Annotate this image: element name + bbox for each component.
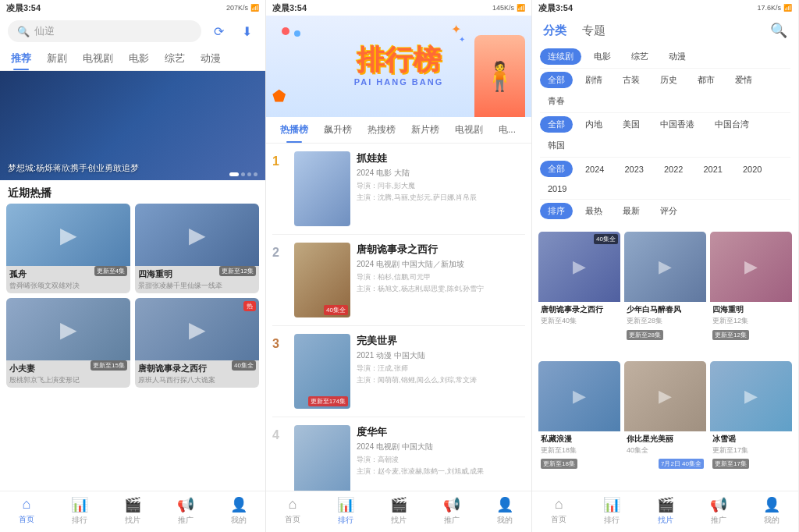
rank-tab-new[interactable]: 新片榜 bbox=[403, 117, 447, 143]
card-xiaofuqi[interactable]: ▶ 更新至15集 小夫妻 殷桃郭京飞上演变形记 bbox=[6, 298, 130, 388]
rank-num-3: 3 bbox=[272, 334, 288, 409]
rank-item-2[interactable]: 2 40集全 唐朝诡事录之西行 2024 电视剧 中国大陆／新加坡 导演：柏杉,… bbox=[272, 235, 525, 326]
nav-find-1[interactable]: 🎬 找片 bbox=[106, 496, 159, 526]
find-card-title-6: 冰雪谣 bbox=[710, 431, 792, 445]
filter-hk[interactable]: 中国香港 bbox=[652, 116, 702, 133]
rank-tab-more[interactable]: 电... bbox=[491, 117, 524, 143]
rank-tab-hot[interactable]: 热播榜 bbox=[272, 117, 316, 143]
find-card-title-2: 少年白马醉春风 bbox=[624, 302, 706, 316]
rank-director-4: 导演：高朝浚 bbox=[357, 455, 525, 465]
find-search-button[interactable]: 🔍 bbox=[770, 22, 787, 39]
find-card-title-3: 四海重明 bbox=[710, 302, 792, 316]
find-tab-special[interactable]: 专题 bbox=[582, 23, 605, 38]
filter-movie[interactable]: 电影 bbox=[586, 48, 619, 65]
card-sihaichongming[interactable]: ▶ 更新至12集 四海重明 景甜张凌赫千里仙缘一线牵 bbox=[135, 204, 259, 293]
nav-home-1[interactable]: ⌂ 首页 bbox=[0, 496, 53, 526]
filter-youth[interactable]: 青春 bbox=[540, 93, 573, 109]
filter-2022[interactable]: 2022 bbox=[656, 162, 691, 176]
filter-2019[interactable]: 2019 bbox=[540, 182, 574, 196]
filter-usa[interactable]: 美国 bbox=[615, 116, 648, 133]
find-card-2[interactable]: ▶ 更新至28集 少年白马醉春风 更新至28集 bbox=[624, 232, 706, 357]
rank-title-1: 抓娃娃 bbox=[357, 151, 525, 165]
search-input[interactable]: 🔍 仙逆 bbox=[8, 20, 201, 42]
tab-variety[interactable]: 综艺 bbox=[158, 47, 191, 70]
nav-promote-2[interactable]: 📢 推广 bbox=[425, 496, 478, 526]
filter-sort-score[interactable]: 评分 bbox=[652, 203, 685, 219]
search-icon: 🔍 bbox=[17, 26, 30, 37]
rank-info-1: 抓娃娃 2024 电影 大陆 导演：闫非,彭大魔 主演：沈腾,马丽,史彭元,萨日… bbox=[357, 151, 525, 226]
filter-urban[interactable]: 都市 bbox=[690, 72, 723, 88]
filter-2023[interactable]: 2023 bbox=[616, 162, 651, 176]
tab-recommend[interactable]: 推荐 bbox=[5, 47, 37, 70]
nav-my-3[interactable]: 👤 我的 bbox=[745, 496, 798, 526]
nav-find-3[interactable]: 🎬 找片 bbox=[638, 496, 691, 526]
filter-period[interactable]: 古装 bbox=[615, 72, 648, 88]
download-button[interactable]: ⬇ bbox=[236, 20, 257, 42]
filter-year-all[interactable]: 全部 bbox=[540, 161, 573, 177]
filter-romance[interactable]: 爱情 bbox=[727, 72, 760, 88]
nav-promote-3[interactable]: 📢 推广 bbox=[692, 496, 745, 526]
find-card-4[interactable]: ▶ 更新至18集 私藏浪漫 更新至18集 bbox=[538, 361, 620, 487]
scan-button[interactable]: ⟳ bbox=[208, 20, 229, 42]
rank-cast-1: 主演：沈腾,马丽,史彭元,萨日娜,肖帛辰 bbox=[357, 193, 525, 203]
filter-2024[interactable]: 2024 bbox=[577, 162, 612, 176]
card-img-1: ▶ bbox=[6, 204, 130, 266]
nav-my-1[interactable]: 👤 我的 bbox=[212, 496, 265, 526]
filter-variety[interactable]: 综艺 bbox=[623, 48, 656, 65]
filter-genre-all[interactable]: 全部 bbox=[540, 72, 573, 88]
nav-rank-label-1: 排行 bbox=[72, 515, 87, 526]
filter-sort-new[interactable]: 最新 bbox=[615, 203, 648, 219]
rank-tab-search[interactable]: 热搜榜 bbox=[360, 117, 403, 143]
speed-2: 145K/s bbox=[492, 4, 514, 12]
filter-sort-label[interactable]: 排序 bbox=[540, 203, 573, 219]
hot-grid-row1: ▶ 更新至4集 孤舟 曾舜晞张颂文双雄对决 ▶ 更新至12集 四海重明 景甜张凌… bbox=[0, 204, 265, 298]
find-card-3[interactable]: ▶ 更新至12集 四海重明 更新至12集 bbox=[710, 232, 792, 357]
find-tab-category[interactable]: 分类 bbox=[543, 23, 566, 38]
nav-rank-3[interactable]: 📊 排行 bbox=[585, 496, 638, 526]
rank-thumb-4 bbox=[294, 425, 350, 491]
filter-drama[interactable]: 剧情 bbox=[577, 72, 610, 88]
filter-tw[interactable]: 中国台湾 bbox=[707, 116, 757, 133]
time-2: 凌晨3:54 bbox=[272, 2, 307, 14]
tab-animation[interactable]: 动漫 bbox=[194, 47, 227, 70]
nav-rank-1[interactable]: 📊 排行 bbox=[53, 496, 106, 526]
signal-icon-1: 📶 bbox=[250, 4, 259, 12]
filter-lianxuju[interactable]: 连续剧 bbox=[540, 48, 581, 65]
filter-2020[interactable]: 2020 bbox=[735, 162, 769, 176]
filter-mainland[interactable]: 内地 bbox=[577, 116, 610, 133]
find-card-img-3: ▶ bbox=[710, 232, 792, 302]
thumb-tag-3: 更新至174集 bbox=[308, 396, 348, 406]
nav-home-2[interactable]: ⌂ 首页 bbox=[266, 496, 319, 526]
card-tangchao[interactable]: ▶ 热 40集全 唐朝诡事录之西行 原班人马西行探八大诡案 bbox=[135, 298, 259, 388]
filter-2021[interactable]: 2021 bbox=[695, 162, 730, 176]
filter-korea[interactable]: 韩国 bbox=[540, 137, 573, 154]
filter-sort-hot[interactable]: 最热 bbox=[577, 203, 610, 219]
tab-movie[interactable]: 电影 bbox=[123, 47, 155, 70]
nav-rank-2[interactable]: 📊 排行 bbox=[319, 496, 372, 526]
filter-region-all[interactable]: 全部 bbox=[540, 116, 573, 133]
rank-director-2: 导演：柏杉,信鹏,司元甲 bbox=[357, 272, 525, 282]
card-guzou[interactable]: ▶ 更新至4集 孤舟 曾舜晞张颂文双雄对决 bbox=[6, 204, 130, 293]
rank-tab-tv[interactable]: 电视剧 bbox=[447, 117, 491, 143]
rank-tab-rising[interactable]: 飙升榜 bbox=[316, 117, 360, 143]
tab-tv[interactable]: 电视剧 bbox=[76, 47, 119, 70]
nav-promote-1[interactable]: 📢 推广 bbox=[159, 496, 212, 526]
bottom-nav-3: ⌂ 首页 📊 排行 🎬 找片 📢 推广 👤 我的 bbox=[532, 491, 798, 532]
promote-icon-1: 📢 bbox=[177, 496, 194, 513]
rank-item-4[interactable]: 4 度华年 2024 电视剧 中国大陆 导演：高朝浚 主演：赵今麦,张凌赫,陈鹤… bbox=[272, 417, 525, 491]
deco-2 bbox=[294, 30, 300, 37]
rank-item-1[interactable]: 1 抓娃娃 2024 电影 大陆 导演：闫非,彭大魔 主演：沈腾,马丽,史彭元,… bbox=[272, 144, 525, 235]
filter-history[interactable]: 历史 bbox=[652, 72, 685, 88]
nav-home-3[interactable]: ⌂ 首页 bbox=[532, 496, 585, 526]
home-banner[interactable]: 梦想城:杨烁蒋欣携手创业勇敢追梦 bbox=[0, 71, 265, 180]
find-card-5[interactable]: ▶ 7月2日 40集全 你比星光美丽 40集全 bbox=[624, 361, 706, 487]
find-card-1[interactable]: ▶ 40集全 唐朝诡事录之西行 更新至40集 bbox=[538, 232, 620, 357]
nav-my-2[interactable]: 👤 我的 bbox=[478, 496, 531, 526]
tab-new-drama[interactable]: 新剧 bbox=[41, 47, 73, 70]
rank-info-2: 唐朝诡事录之西行 2024 电视剧 中国大陆／新加坡 导演：柏杉,信鹏,司元甲 … bbox=[357, 243, 525, 317]
find-card-6[interactable]: ▶ 更新至17集 冰雪谣 更新至17集 bbox=[710, 361, 792, 487]
rank-item-3[interactable]: 3 更新至174集 完美世界 2021 动漫 中国大陆 导演：汪成,张师 主演：… bbox=[272, 326, 525, 417]
nav-find-2[interactable]: 🎬 找片 bbox=[372, 496, 425, 526]
find-card-date-5: 7月2日 40集全 bbox=[659, 459, 704, 469]
filter-animation[interactable]: 动漫 bbox=[661, 48, 694, 65]
